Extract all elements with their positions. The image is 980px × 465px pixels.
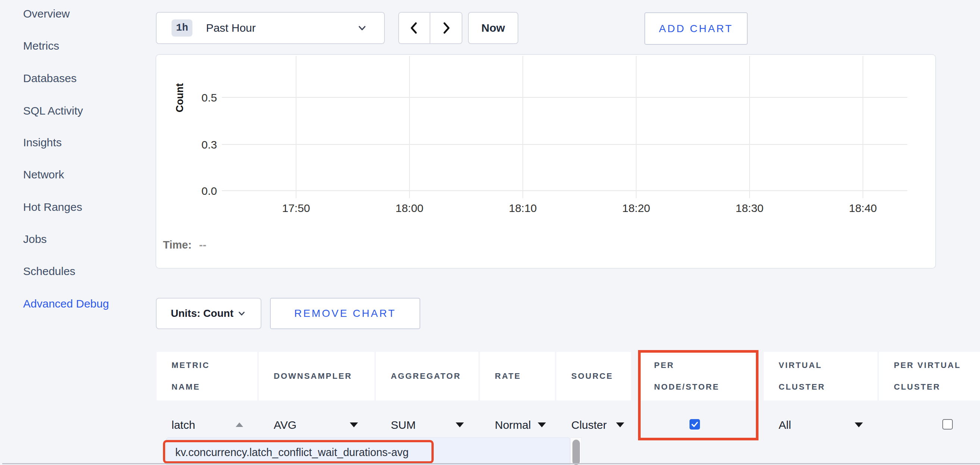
time-range-label: Past Hour [206, 22, 255, 34]
chart-gridline [749, 56, 750, 198]
time-range-selector[interactable]: 1h Past Hour [156, 12, 385, 44]
y-tick-label: 0.5 [180, 91, 217, 104]
sidebar-item-hot-ranges[interactable]: Hot Ranges [23, 199, 82, 215]
column-header-per-node-store: PER NODE/STORE [639, 352, 758, 400]
chart-gridline [636, 56, 636, 198]
x-tick-label: 18:20 [610, 202, 662, 214]
chart-gridline [522, 56, 523, 198]
metric-autocomplete-option[interactable]: kv.concurrency.latch_conflict_wait_durat… [175, 446, 409, 459]
column-header-metric-name: METRIC NAME [157, 352, 257, 400]
chevron-left-icon [408, 21, 421, 35]
sidebar-item-advanced-debug[interactable]: Advanced Debug [23, 296, 109, 312]
chart-gridline [222, 190, 907, 191]
time-window-badge: 1h [172, 19, 192, 37]
chevron-down-icon [237, 308, 247, 318]
x-tick-label: 17:50 [270, 202, 322, 214]
chart-gridline [862, 56, 863, 198]
chart-panel [156, 54, 936, 269]
x-tick-label: 18:30 [724, 202, 776, 214]
column-header-label: METRIC NAME [172, 355, 235, 398]
now-button[interactable]: Now [468, 12, 518, 44]
sidebar-item-insights[interactable]: Insights [23, 135, 62, 150]
downsampler-caret-icon[interactable] [350, 422, 358, 427]
chart-gridline [222, 144, 907, 145]
per-node-store-checkbox[interactable] [689, 419, 700, 430]
checkmark-icon [690, 420, 699, 428]
x-tick-label: 18:10 [497, 202, 549, 214]
x-tick-label: 18:40 [837, 202, 889, 214]
chevron-down-icon [356, 22, 368, 34]
bottom-divider [2, 463, 980, 464]
column-header-label: PER NODE/STORE [654, 355, 730, 398]
metric-name-input[interactable]: latch [172, 419, 195, 431]
sidebar-item-schedules[interactable]: Schedules [23, 264, 75, 279]
rate-select[interactable]: Normal [495, 419, 531, 431]
downsampler-select[interactable]: AVG [274, 419, 296, 431]
column-header-aggregator: AGGREGATOR [376, 352, 479, 400]
source-caret-icon[interactable] [616, 422, 624, 427]
sort-caret-up-icon[interactable] [235, 422, 243, 427]
units-dropdown-label: Units: Count [171, 307, 234, 320]
rate-caret-icon[interactable] [538, 422, 546, 427]
column-header-label: PER VIRTUAL CLUSTER [894, 355, 980, 398]
aggregator-caret-icon[interactable] [456, 422, 464, 427]
next-time-button[interactable] [430, 13, 462, 43]
column-header-per-virtual-cluster: PER VIRTUAL CLUSTER [879, 352, 980, 400]
virtual-cluster-select[interactable]: All [779, 419, 791, 431]
sidebar-item-overview[interactable]: Overview [23, 6, 70, 22]
sidebar-item-network[interactable]: Network [23, 167, 64, 182]
column-header-source: SOURCE [556, 352, 631, 400]
chart-gridline [409, 56, 410, 198]
units-dropdown[interactable]: Units: Count [156, 298, 261, 329]
time-nav-arrows [398, 12, 462, 44]
column-header-rate: RATE [480, 352, 555, 400]
per-virtual-cluster-checkbox[interactable] [942, 419, 953, 430]
chart-gridline [222, 97, 907, 98]
y-tick-label: 0.0 [180, 185, 217, 197]
sidebar-item-databases[interactable]: Databases [23, 70, 76, 86]
column-header-label: SOURCE [571, 365, 613, 387]
y-tick-label: 0.3 [180, 139, 217, 151]
column-header-label: AGGREGATOR [391, 365, 461, 387]
sidebar-item-jobs[interactable]: Jobs [23, 232, 47, 247]
column-header-virtual-cluster: VIRTUAL CLUSTER [764, 352, 877, 400]
hover-time-value: -- [199, 239, 206, 251]
column-header-label: VIRTUAL CLUSTER [779, 355, 855, 398]
sidebar-item-metrics[interactable]: Metrics [23, 38, 59, 54]
aggregator-select[interactable]: SUM [391, 419, 416, 431]
source-select[interactable]: Cluster [571, 419, 607, 431]
x-tick-label: 18:00 [383, 202, 436, 214]
prev-time-button[interactable] [399, 13, 430, 43]
sidebar-item-sql-activity[interactable]: SQL Activity [23, 103, 83, 119]
chevron-right-icon [440, 21, 452, 35]
virtual-cluster-caret-icon[interactable] [855, 422, 863, 427]
chart-gridline [296, 56, 296, 198]
column-header-label: DOWNSAMPLER [274, 365, 352, 387]
hover-time-label: Time: [163, 239, 192, 251]
dropdown-scrollbar-thumb[interactable] [573, 439, 580, 465]
add-chart-button[interactable]: ADD CHART [644, 12, 748, 45]
column-header-downsampler: DOWNSAMPLER [259, 352, 374, 400]
remove-chart-button[interactable]: REMOVE CHART [270, 298, 420, 329]
column-header-label: RATE [495, 365, 521, 387]
